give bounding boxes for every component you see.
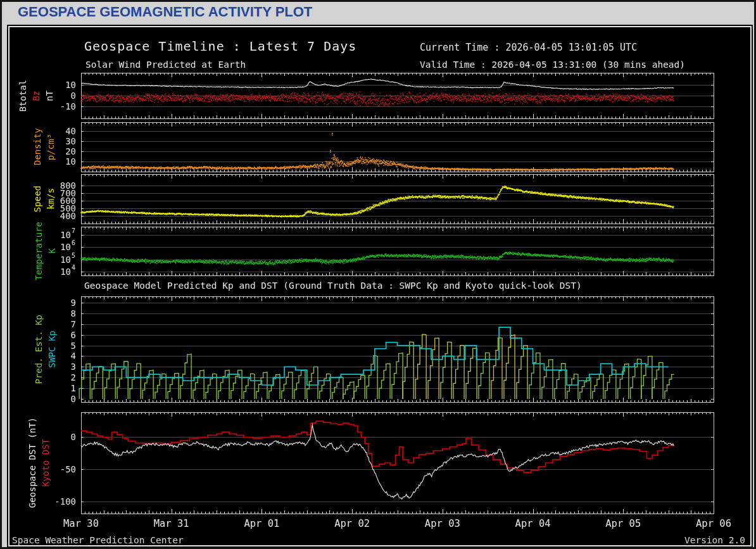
x-tick-label: Apr 03 — [425, 518, 460, 529]
current-time-label: Current Time : 2026-04-05 13:01:05 UTC — [420, 42, 637, 53]
page-title: GEOSPACE GEOMAGNETIC ACTIVITY PLOT — [18, 4, 312, 20]
kp-axis-label: Pred. Est. Kp — [32, 296, 45, 402]
x-tick-label: Apr 04 — [515, 518, 551, 529]
page-header: GEOSPACE GEOMAGNETIC ACTIVITY PLOT — [2, 2, 754, 23]
temperature-axis-label: Temperature — [32, 227, 45, 275]
temperature-axis-label: K — [46, 227, 58, 275]
x-tick-label: Apr 06 — [696, 518, 731, 529]
speed-axis-label: km/s — [44, 174, 57, 224]
dst-axis-label: Geospace DST (nT) — [26, 412, 39, 514]
valid-time-label: Valid Time : 2026-04-05 13:31:00 (30 min… — [420, 60, 685, 70]
x-tick-label: Mar 31 — [154, 518, 189, 529]
density-axis-label: p/cm³ — [44, 122, 57, 172]
plot-container: Geospace Timeline : Latest 7 Days Curren… — [7, 25, 753, 548]
solar-wind-section-title: Solar Wind Predicted at Earth — [85, 60, 246, 70]
dst-axis-label: Kyoto DST — [39, 412, 52, 514]
x-tick-label: Mar 30 — [63, 518, 99, 529]
x-tick-label: Apr 02 — [334, 518, 370, 529]
speed-axis-label: Speed — [31, 174, 44, 224]
kp-axis-label: SWPC Kp — [46, 296, 58, 402]
density-axis-label: Density — [31, 122, 44, 172]
x-tick-label: Apr 05 — [605, 518, 641, 529]
footer-version: Version 2.0 — [684, 535, 745, 545]
imf-axis-label: Bz — [30, 73, 42, 118]
footer-credit: Space Weather Prediction Center — [12, 535, 184, 545]
imf-axis-label: nT — [43, 73, 56, 118]
chart-title: Geospace Timeline : Latest 7 Days — [84, 39, 356, 54]
x-tick-label: Apr 01 — [244, 518, 279, 529]
kp-dst-section-title: Geospace Model Predicted Kp and DST (Gro… — [84, 281, 582, 291]
page: GEOSPACE GEOMAGNETIC ACTIVITY PLOT Geosp… — [0, 0, 756, 549]
imf-axis-label: Btotal — [16, 73, 29, 118]
